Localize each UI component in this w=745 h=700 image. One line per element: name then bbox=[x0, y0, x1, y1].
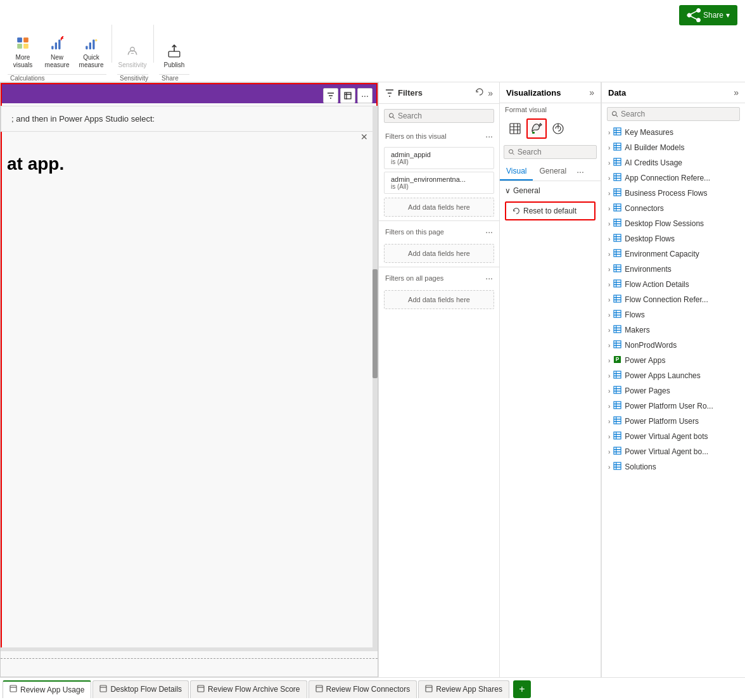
data-item-chevron: › bbox=[608, 160, 610, 167]
data-item[interactable]: ›Makers bbox=[602, 322, 745, 338]
ribbon-divider-2 bbox=[153, 25, 154, 63]
tab-label: Review App Usage bbox=[20, 685, 84, 694]
publish-button[interactable]: Publish bbox=[159, 39, 189, 72]
viz-general-toggle[interactable]: ∨ General bbox=[500, 184, 601, 198]
ribbon: Share ▾ More visuals bbox=[0, 0, 745, 82]
data-item[interactable]: ›Power Platform Users bbox=[602, 414, 745, 429]
data-item[interactable]: ›Environment Capacity bbox=[602, 246, 745, 262]
filters-refresh-btn[interactable] bbox=[475, 87, 484, 98]
reset-to-default-button[interactable]: Reset to default bbox=[505, 201, 595, 220]
sensitivity-button[interactable]: Sensitivity bbox=[117, 39, 148, 72]
data-item[interactable]: ›Flows bbox=[602, 307, 745, 322]
data-item[interactable]: ›Power Virtual Agent bo... bbox=[602, 444, 745, 459]
filters-on-page-header: Filters on this page ··· bbox=[379, 224, 499, 240]
data-item[interactable]: ›PPower Apps bbox=[602, 353, 745, 368]
data-item-label: Environment Capacity bbox=[625, 250, 699, 258]
canvas-filter-btn[interactable] bbox=[323, 88, 338, 103]
add-data-visual-btn[interactable]: Add data fields here bbox=[384, 198, 494, 217]
canvas-scrollbar-thumb[interactable] bbox=[372, 269, 378, 378]
visualizations-panel: Visualizations » Format visual bbox=[500, 82, 601, 677]
svg-rect-26 bbox=[614, 234, 621, 241]
add-data-all-btn[interactable]: Add data fields here bbox=[384, 290, 494, 309]
data-item[interactable]: ›Environments bbox=[602, 262, 745, 277]
svg-rect-23 bbox=[614, 189, 621, 196]
data-search-input[interactable] bbox=[621, 110, 735, 118]
canvas-scrollbar-v[interactable] bbox=[372, 106, 378, 651]
svg-rect-5 bbox=[55, 42, 57, 49]
filters-on-all-more[interactable]: ··· bbox=[485, 273, 493, 283]
filters-on-all-label: Filters on all pages bbox=[385, 274, 443, 282]
data-item[interactable]: ›Desktop Flows bbox=[602, 231, 745, 246]
new-measure-label: New measure bbox=[44, 54, 70, 69]
new-measure-button[interactable]: New measure bbox=[42, 31, 72, 72]
filters-on-visual-more[interactable]: ··· bbox=[485, 131, 493, 141]
tab-item-review-app-shares[interactable]: Review App Shares bbox=[418, 680, 509, 698]
filter-item-admin-appid[interactable]: admin_appid is (All) bbox=[384, 147, 494, 169]
share-chevron: ▾ bbox=[726, 11, 730, 20]
quick-measure-button[interactable]: Quick measure bbox=[76, 31, 106, 72]
data-search-box[interactable] bbox=[607, 107, 740, 121]
data-item[interactable]: ›Power Platform User Ro... bbox=[602, 398, 745, 414]
tab-item-review-flow-connectors[interactable]: Review Flow Connectors bbox=[309, 680, 417, 698]
viz-search-box[interactable] bbox=[504, 145, 597, 159]
data-panel-header: Data » bbox=[602, 82, 745, 103]
svg-rect-1 bbox=[23, 37, 29, 42]
filters-expand-btn[interactable]: » bbox=[488, 87, 493, 98]
viz-tab-visual[interactable]: Visual bbox=[500, 163, 533, 181]
viz-tab-more[interactable]: ··· bbox=[573, 163, 588, 181]
filter-item-admin-env[interactable]: admin_environmentna... is (All) bbox=[384, 172, 494, 194]
data-item[interactable]: ›AI Builder Models bbox=[602, 140, 745, 155]
more-visuals-button[interactable]: More visuals bbox=[8, 31, 38, 72]
data-item[interactable]: ›Power Virtual Agent bots bbox=[602, 429, 745, 444]
data-item[interactable]: ›Desktop Flow Sessions bbox=[602, 216, 745, 231]
svg-rect-12 bbox=[345, 92, 351, 99]
canvas-more-btn[interactable]: ··· bbox=[357, 88, 372, 103]
data-expand-btn[interactable]: » bbox=[734, 87, 739, 98]
data-item-chevron: › bbox=[608, 433, 610, 440]
data-item[interactable]: ›Key Measures bbox=[602, 125, 745, 140]
data-item[interactable]: ›Power Apps Launches bbox=[602, 368, 745, 383]
data-item[interactable]: ›Business Process Flows bbox=[602, 186, 745, 201]
data-item[interactable]: ›Flow Action Details bbox=[602, 277, 745, 292]
canvas-focus-btn[interactable] bbox=[340, 88, 355, 103]
data-item[interactable]: ›Connectors bbox=[602, 201, 745, 216]
svg-rect-27 bbox=[614, 250, 621, 257]
data-item[interactable]: ›AI Credits Usage bbox=[602, 155, 745, 170]
data-item-label: AI Builder Models bbox=[625, 143, 684, 152]
viz-expand-btn[interactable]: » bbox=[589, 87, 594, 98]
data-item-table-icon bbox=[613, 295, 621, 305]
viz-search-input[interactable] bbox=[518, 148, 592, 156]
viz-icon-analytics[interactable] bbox=[548, 118, 568, 139]
viz-icon-format[interactable] bbox=[526, 118, 547, 139]
viz-icon-table[interactable] bbox=[505, 118, 525, 139]
data-item[interactable]: ›NonProdWords bbox=[602, 338, 745, 353]
data-item-chevron: › bbox=[608, 327, 610, 334]
viz-tab-general[interactable]: General bbox=[533, 163, 573, 181]
tab-item-review-app-usage[interactable]: Review App Usage bbox=[3, 680, 91, 698]
data-item[interactable]: ›Power Pages bbox=[602, 383, 745, 398]
canvas-scrollbar-h[interactable] bbox=[1, 647, 372, 651]
viz-general-chevron: ∨ bbox=[505, 186, 511, 195]
filters-search-input[interactable] bbox=[398, 111, 490, 120]
filters-search-box[interactable] bbox=[384, 109, 494, 123]
add-tab-button[interactable]: + bbox=[513, 680, 531, 698]
svg-rect-33 bbox=[614, 341, 621, 348]
tab-item-review-flow-archive-score[interactable]: Review Flow Archive Score bbox=[190, 680, 307, 698]
add-data-page-btn[interactable]: Add data fields here bbox=[384, 244, 494, 263]
tab-item-desktop-flow-details[interactable]: Desktop Flow Details bbox=[92, 680, 189, 698]
data-item-chevron: › bbox=[608, 190, 610, 197]
svg-rect-22 bbox=[614, 174, 621, 181]
publish-label: Publish bbox=[164, 61, 185, 69]
svg-rect-0 bbox=[17, 37, 22, 42]
data-item-label: Environments bbox=[625, 265, 671, 274]
filters-on-page-more[interactable]: ··· bbox=[485, 227, 493, 237]
data-item-chevron: › bbox=[608, 129, 610, 136]
svg-rect-11 bbox=[169, 51, 180, 57]
data-item[interactable]: ›Solutions bbox=[602, 459, 745, 474]
canvas-close-button[interactable]: ✕ bbox=[358, 130, 371, 143]
data-item-chevron: › bbox=[608, 144, 610, 151]
share-button[interactable]: Share ▾ bbox=[679, 5, 737, 25]
data-item[interactable]: ›App Connection Refere... bbox=[602, 170, 745, 186]
data-item[interactable]: ›Flow Connection Refer... bbox=[602, 292, 745, 307]
reset-btn-wrap: Reset to default bbox=[500, 198, 601, 224]
